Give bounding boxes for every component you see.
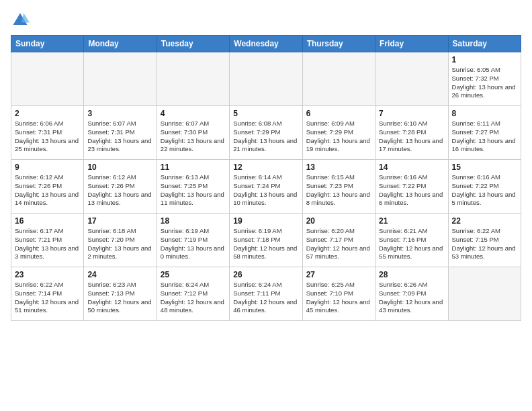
- day-number: 5: [233, 109, 298, 118]
- calendar-cell: 3Sunrise: 6:07 AM Sunset: 7:31 PM Daylig…: [84, 106, 157, 160]
- calendar-week-2: 2Sunrise: 6:06 AM Sunset: 7:31 PM Daylig…: [11, 106, 521, 160]
- day-info: Sunrise: 6:09 AM Sunset: 7:29 PM Dayligh…: [306, 120, 371, 154]
- calendar-cell: 16Sunrise: 6:17 AM Sunset: 7:21 PM Dayli…: [11, 214, 84, 267]
- day-info: Sunrise: 6:20 AM Sunset: 7:17 PM Dayligh…: [306, 227, 371, 261]
- calendar-cell: 19Sunrise: 6:19 AM Sunset: 7:18 PM Dayli…: [230, 214, 302, 267]
- day-info: Sunrise: 6:24 AM Sunset: 7:11 PM Dayligh…: [233, 281, 298, 315]
- calendar-week-5: 23Sunrise: 6:22 AM Sunset: 7:14 PM Dayli…: [11, 267, 521, 321]
- day-number: 11: [161, 163, 226, 172]
- day-number: 3: [87, 109, 152, 118]
- day-number: 9: [15, 163, 80, 172]
- weekday-header-sunday: Sunday: [11, 36, 84, 52]
- weekday-header-wednesday: Wednesday: [230, 36, 302, 52]
- calendar-cell: [11, 52, 84, 106]
- day-info: Sunrise: 6:19 AM Sunset: 7:18 PM Dayligh…: [233, 227, 298, 261]
- day-info: Sunrise: 6:16 AM Sunset: 7:22 PM Dayligh…: [379, 173, 444, 208]
- day-info: Sunrise: 6:15 AM Sunset: 7:23 PM Dayligh…: [306, 173, 371, 208]
- day-info: Sunrise: 6:24 AM Sunset: 7:12 PM Dayligh…: [161, 281, 226, 315]
- day-info: Sunrise: 6:05 AM Sunset: 7:32 PM Dayligh…: [452, 66, 517, 100]
- weekday-header-thursday: Thursday: [302, 36, 375, 52]
- day-number: 13: [306, 163, 371, 172]
- calendar-cell: 6Sunrise: 6:09 AM Sunset: 7:29 PM Daylig…: [302, 106, 375, 160]
- day-number: 1: [452, 55, 517, 64]
- day-number: 2: [15, 109, 80, 118]
- calendar-cell: 21Sunrise: 6:21 AM Sunset: 7:16 PM Dayli…: [375, 214, 448, 267]
- page-header: [11, 11, 521, 30]
- day-number: 23: [15, 270, 80, 279]
- day-number: 27: [306, 270, 371, 279]
- calendar-cell: 8Sunrise: 6:11 AM Sunset: 7:27 PM Daylig…: [448, 106, 521, 160]
- calendar-cell: 7Sunrise: 6:10 AM Sunset: 7:28 PM Daylig…: [375, 106, 448, 160]
- day-info: Sunrise: 6:08 AM Sunset: 7:29 PM Dayligh…: [233, 120, 298, 154]
- weekday-header-friday: Friday: [375, 36, 448, 52]
- calendar-cell: [375, 52, 448, 106]
- day-info: Sunrise: 6:17 AM Sunset: 7:21 PM Dayligh…: [15, 227, 80, 261]
- calendar-cell: 24Sunrise: 6:23 AM Sunset: 7:13 PM Dayli…: [84, 267, 157, 321]
- calendar-cell: [448, 267, 521, 321]
- calendar-cell: 20Sunrise: 6:20 AM Sunset: 7:17 PM Dayli…: [302, 214, 375, 267]
- calendar-cell: 2Sunrise: 6:06 AM Sunset: 7:31 PM Daylig…: [11, 106, 84, 160]
- day-info: Sunrise: 6:16 AM Sunset: 7:22 PM Dayligh…: [452, 173, 517, 208]
- calendar-cell: 23Sunrise: 6:22 AM Sunset: 7:14 PM Dayli…: [11, 267, 84, 321]
- weekday-header-tuesday: Tuesday: [157, 36, 229, 52]
- day-number: 6: [306, 109, 371, 118]
- day-info: Sunrise: 6:07 AM Sunset: 7:31 PM Dayligh…: [87, 120, 152, 154]
- day-number: 10: [87, 163, 152, 172]
- day-info: Sunrise: 6:10 AM Sunset: 7:28 PM Dayligh…: [379, 120, 444, 154]
- day-number: 17: [87, 216, 152, 226]
- calendar-cell: 28Sunrise: 6:26 AM Sunset: 7:09 PM Dayli…: [375, 267, 448, 321]
- day-info: Sunrise: 6:14 AM Sunset: 7:24 PM Dayligh…: [233, 173, 298, 208]
- calendar-cell: 15Sunrise: 6:16 AM Sunset: 7:22 PM Dayli…: [448, 160, 521, 214]
- day-info: Sunrise: 6:13 AM Sunset: 7:25 PM Dayligh…: [161, 173, 226, 208]
- calendar-cell: [84, 52, 157, 106]
- calendar-body: 1Sunrise: 6:05 AM Sunset: 7:32 PM Daylig…: [11, 52, 521, 321]
- day-number: 19: [233, 216, 298, 226]
- day-info: Sunrise: 6:19 AM Sunset: 7:19 PM Dayligh…: [161, 227, 226, 261]
- calendar-cell: [230, 52, 302, 106]
- day-info: Sunrise: 6:12 AM Sunset: 7:26 PM Dayligh…: [15, 173, 80, 208]
- calendar-cell: 25Sunrise: 6:24 AM Sunset: 7:12 PM Dayli…: [157, 267, 229, 321]
- day-info: Sunrise: 6:22 AM Sunset: 7:15 PM Dayligh…: [452, 227, 517, 261]
- calendar-cell: 9Sunrise: 6:12 AM Sunset: 7:26 PM Daylig…: [11, 160, 84, 214]
- day-number: 14: [379, 163, 444, 172]
- day-number: 8: [452, 109, 517, 118]
- day-info: Sunrise: 6:12 AM Sunset: 7:26 PM Dayligh…: [87, 173, 152, 208]
- day-number: 18: [161, 216, 226, 226]
- day-info: Sunrise: 6:07 AM Sunset: 7:30 PM Dayligh…: [161, 120, 226, 154]
- calendar-cell: 13Sunrise: 6:15 AM Sunset: 7:23 PM Dayli…: [302, 160, 375, 214]
- day-number: 22: [452, 216, 517, 226]
- calendar-week-4: 16Sunrise: 6:17 AM Sunset: 7:21 PM Dayli…: [11, 214, 521, 267]
- weekday-header-saturday: Saturday: [448, 36, 521, 52]
- calendar-cell: 4Sunrise: 6:07 AM Sunset: 7:30 PM Daylig…: [157, 106, 229, 160]
- calendar-cell: 26Sunrise: 6:24 AM Sunset: 7:11 PM Dayli…: [230, 267, 302, 321]
- day-number: 15: [452, 163, 517, 172]
- day-number: 7: [379, 109, 444, 118]
- calendar-cell: 12Sunrise: 6:14 AM Sunset: 7:24 PM Dayli…: [230, 160, 302, 214]
- day-number: 24: [87, 270, 152, 279]
- calendar-cell: 14Sunrise: 6:16 AM Sunset: 7:22 PM Dayli…: [375, 160, 448, 214]
- calendar-table: SundayMondayTuesdayWednesdayThursdayFrid…: [11, 35, 521, 321]
- weekday-header-monday: Monday: [84, 36, 157, 52]
- svg-marker-1: [21, 13, 30, 23]
- calendar-cell: 5Sunrise: 6:08 AM Sunset: 7:29 PM Daylig…: [230, 106, 302, 160]
- calendar-week-1: 1Sunrise: 6:05 AM Sunset: 7:32 PM Daylig…: [11, 52, 521, 106]
- day-number: 16: [15, 216, 80, 226]
- day-number: 4: [161, 109, 226, 118]
- day-info: Sunrise: 6:23 AM Sunset: 7:13 PM Dayligh…: [87, 281, 152, 315]
- calendar-cell: 27Sunrise: 6:25 AM Sunset: 7:10 PM Dayli…: [302, 267, 375, 321]
- calendar-cell: 11Sunrise: 6:13 AM Sunset: 7:25 PM Dayli…: [157, 160, 229, 214]
- calendar-cell: 1Sunrise: 6:05 AM Sunset: 7:32 PM Daylig…: [448, 52, 521, 106]
- calendar-cell: [302, 52, 375, 106]
- day-number: 28: [379, 270, 444, 279]
- logo: [11, 11, 32, 30]
- day-info: Sunrise: 6:26 AM Sunset: 7:09 PM Dayligh…: [379, 281, 444, 315]
- calendar-cell: [157, 52, 229, 106]
- day-info: Sunrise: 6:18 AM Sunset: 7:20 PM Dayligh…: [87, 227, 152, 261]
- day-info: Sunrise: 6:06 AM Sunset: 7:31 PM Dayligh…: [15, 120, 80, 154]
- calendar-cell: 22Sunrise: 6:22 AM Sunset: 7:15 PM Dayli…: [448, 214, 521, 267]
- day-number: 26: [233, 270, 298, 279]
- weekday-header-row: SundayMondayTuesdayWednesdayThursdayFrid…: [11, 36, 521, 52]
- day-info: Sunrise: 6:25 AM Sunset: 7:10 PM Dayligh…: [306, 281, 371, 315]
- day-number: 12: [233, 163, 298, 172]
- calendar-week-3: 9Sunrise: 6:12 AM Sunset: 7:26 PM Daylig…: [11, 160, 521, 214]
